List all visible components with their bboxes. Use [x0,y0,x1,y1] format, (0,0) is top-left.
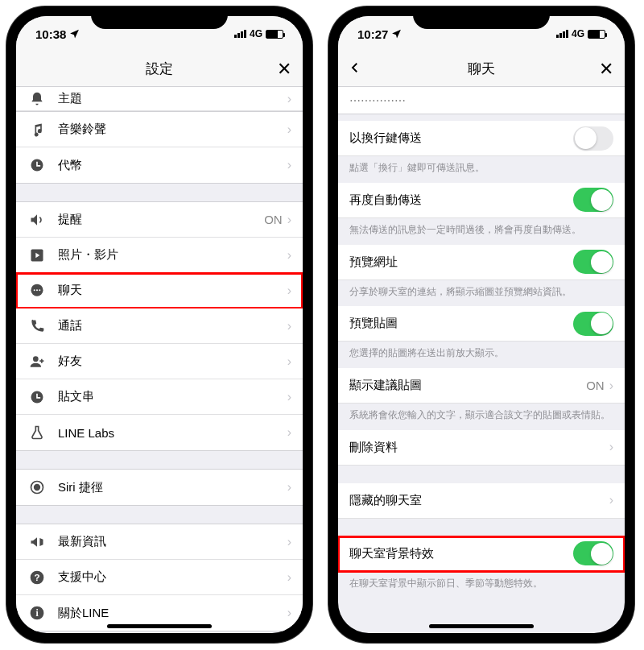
setting-description: 無法傳送的訊息於一定時間過後，將會再度自動傳送。 [338,218,625,245]
item-label: 好友 [58,354,287,369]
page-title: 聊天 [468,60,495,78]
phone-icon [27,317,47,336]
chevron-right-icon: › [287,284,291,298]
chevron-right-icon: › [287,425,291,440]
mega-icon [27,532,47,552]
chevron-right-icon: › [287,122,291,137]
network-label: 4G [572,28,584,39]
item-label: 提醒 [58,212,264,227]
chevron-right-icon: › [287,319,291,333]
setting-row[interactable]: 隱藏的聊天室› [338,483,625,519]
chevron-right-icon: › [609,440,613,454]
section-gap [338,466,625,483]
chevron-right-icon: › [287,390,291,404]
screen-right: 10:27 4G 聊天 ✕ ⋯⋯⋯⋯⋯ 以換行鍵傳送點選「換行」鍵即可傳送訊息。… [338,16,625,633]
chevron-right-icon: › [287,480,291,495]
list-item[interactable]: 代幣 › [16,147,303,183]
svg-point-9 [35,485,40,491]
list-item[interactable]: 提醒 ON › [16,202,303,238]
svg-point-4 [36,289,38,291]
section-gap [16,184,303,201]
toggle-switch[interactable] [573,126,613,151]
setting-row[interactable]: 再度自動傳送 [338,183,625,218]
bell-icon [27,89,47,109]
list-item[interactable]: 主題 › [16,87,303,111]
list-item[interactable]: 好友 › [16,344,303,379]
chevron-right-icon: › [287,535,291,549]
phone-right: 10:27 4G 聊天 ✕ ⋯⋯⋯⋯⋯ 以換行鍵傳送點選「換行」鍵即可傳送訊息。… [328,6,634,643]
setting-row[interactable]: 以換行鍵傳送 [338,121,625,156]
nav-bar: 聊天 ✕ [338,52,625,87]
setting-label: 刪除資料 [349,440,609,455]
svg-point-3 [34,289,35,291]
list-item[interactable]: 照片・影片 › [16,238,303,273]
svg-point-6 [33,356,39,362]
chevron-right-icon: › [287,354,291,369]
item-label: 支援中心 [58,569,287,585]
setting-row[interactable]: 預覽網址 [338,245,625,280]
setting-description: 在聊天室背景中顯示節日、季節等動態特效。 [338,572,625,598]
status-time: 10:27 [357,27,388,41]
clock-icon [27,387,47,407]
music-icon [27,120,47,139]
close-icon[interactable]: ✕ [277,59,291,80]
flask-icon [27,423,47,442]
speaker-icon [27,210,47,230]
battery-icon [588,30,605,39]
chevron-right-icon: › [287,606,291,620]
item-value: ON [264,213,283,226]
setting-row[interactable]: 預覽貼圖 [338,306,625,342]
home-indicator [429,624,534,628]
setting-label: 以換行鍵傳送 [349,130,573,146]
item-label: 貼文串 [58,389,287,404]
item-label: LINE Labs [58,426,287,440]
status-time: 10:38 [35,27,66,41]
list-item[interactable]: 最新資訊 › [16,524,303,560]
phone-left: 10:38 4G 設定 ✕ 主題 › 音樂鈴聲 › 代幣 › 提醒 [6,6,312,643]
toggle-switch[interactable] [573,188,613,212]
chevron-right-icon: › [609,379,613,393]
item-label: 通話 [58,318,287,333]
setting-row[interactable]: 顯示建議貼圖ON› [338,368,625,404]
signal-icon [234,30,246,38]
list-item[interactable]: 通話 › [16,308,303,344]
list-item[interactable]: 聊天 › [16,273,303,308]
close-icon[interactable]: ✕ [599,59,613,80]
item-label: 代幣 [58,158,287,173]
setting-description: 分享於聊天室的連結，將顯示縮圖並預覽網站資訊。 [338,280,625,307]
item-label: 最新資訊 [58,534,287,549]
list-item[interactable]: Siri 捷徑 › [16,470,303,505]
item-label: 關於LINE [58,606,287,621]
chat-settings-list[interactable]: ⋯⋯⋯⋯⋯ 以換行鍵傳送點選「換行」鍵即可傳送訊息。 再度自動傳送無法傳送的訊息… [338,87,625,633]
section-gap [16,506,303,524]
svg-text:?: ? [34,572,39,582]
list-item[interactable]: LINE Labs › [16,415,303,450]
section-gap [338,519,625,536]
toggle-switch[interactable] [573,541,613,565]
home-indicator [107,624,212,628]
setting-row[interactable]: 聊天室背景特效 [338,536,625,572]
item-label: 照片・影片 [58,247,287,263]
help-icon: ? [27,568,47,587]
chevron-right-icon: › [609,493,613,507]
setting-row[interactable]: 刪除資料› [338,430,625,466]
location-icon [69,27,80,41]
setting-label: 隱藏的聊天室 [349,493,609,508]
setting-description: 系統將會依您輸入的文字，顯示適合該文字的貼圖或表情貼。 [338,404,625,430]
signal-icon [556,30,568,38]
chevron-right-icon: › [287,158,291,172]
list-item[interactable]: 音樂鈴聲 › [16,112,303,147]
nav-bar: 設定 ✕ [16,52,303,87]
network-label: 4G [250,28,262,39]
item-value: ON [586,379,605,392]
setting-label: 聊天室背景特效 [349,546,573,561]
list-item[interactable]: 貼文串 › [16,379,303,415]
svg-point-5 [39,289,40,291]
toggle-switch[interactable] [573,312,613,336]
list-item[interactable]: ? 支援中心 › [16,560,303,595]
toggle-switch[interactable] [573,250,613,274]
info-icon: i [27,603,47,623]
settings-list[interactable]: 主題 › 音樂鈴聲 › 代幣 › 提醒 ON › 照片・影片 › 聊天 › 通話… [16,87,303,633]
setting-label: 顯示建議貼圖 [349,378,586,393]
back-icon[interactable] [348,59,362,80]
